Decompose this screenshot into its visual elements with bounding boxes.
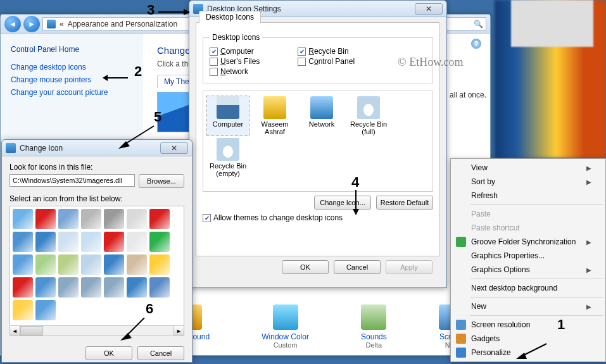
forward-button[interactable]: ► — [23, 16, 40, 32]
breadcrumb-prefix: « — [60, 20, 64, 28]
icon-choice[interactable] — [104, 254, 124, 275]
menu-item[interactable]: Gadgets — [452, 332, 604, 346]
icon-choice[interactable] — [149, 209, 170, 229]
icon-choice[interactable] — [13, 300, 33, 320]
menu-item: Paste — [452, 207, 604, 221]
icon-choice[interactable] — [149, 232, 170, 252]
ci-select-label: Select an icon from the list below: — [9, 194, 184, 203]
icon-preview-list[interactable]: ComputerWaseem AshrafNetworkRecycle Bin … — [203, 91, 433, 192]
preview-item[interactable]: Recycle Bin (empty) — [207, 138, 249, 177]
icon-choice[interactable] — [13, 209, 33, 229]
menu-item[interactable]: Personalize — [452, 346, 604, 360]
change-icon-button[interactable]: Change Icon... — [314, 196, 371, 210]
browse-button[interactable]: Browse... — [139, 174, 184, 188]
submenu-arrow-icon: ▶ — [586, 267, 591, 273]
submenu-arrow-icon: ▶ — [586, 239, 591, 246]
ci-ok-button[interactable]: OK — [85, 346, 132, 360]
bottom-item-sounds[interactable]: Sounds Delta — [361, 304, 387, 349]
icon-choice[interactable] — [149, 277, 170, 298]
icon-choice[interactable] — [127, 277, 147, 298]
search-icon: 🔍 — [474, 20, 483, 28]
menu-item[interactable]: Next desktop background — [452, 281, 604, 295]
preview-item[interactable]: Recycle Bin (full) — [348, 96, 389, 135]
link-change-mouse-pointers[interactable]: Change mouse pointers — [11, 75, 133, 84]
menu-item[interactable]: View▶ — [452, 161, 604, 175]
chk-network[interactable]: Network — [210, 67, 260, 76]
icon-choice[interactable] — [13, 254, 33, 275]
link-change-account-picture[interactable]: Change your account picture — [11, 88, 133, 97]
desktop-icons-group: Desktop icons Computer User's Files Netw… — [203, 33, 433, 84]
ci-titlebar[interactable]: Change Icon ✕ — [2, 140, 192, 156]
menu-item[interactable]: Screen resolution — [452, 318, 604, 332]
menu-item[interactable]: New▶ — [452, 299, 604, 313]
allow-themes-checkbox[interactable]: Allow themes to change desktop icons — [203, 213, 433, 222]
icon-choice[interactable] — [81, 232, 101, 252]
icon-choice[interactable] — [58, 209, 79, 229]
ci-cancel-button[interactable]: Cancel — [137, 346, 184, 360]
scroll-left-button[interactable]: ◄ — [10, 326, 20, 336]
close-icon[interactable]: ✕ — [415, 3, 443, 15]
menu-item-icon — [456, 348, 466, 358]
icon-choice[interactable] — [81, 254, 101, 275]
menu-separator — [470, 297, 603, 298]
icon-choice[interactable] — [104, 277, 124, 298]
preview-item[interactable]: Computer — [207, 96, 249, 135]
dis-cancel-button[interactable]: Cancel — [334, 260, 381, 274]
restore-default-button[interactable]: Restore Default — [376, 196, 433, 210]
tab-desktop-icons[interactable]: Desktop Icons — [199, 11, 261, 23]
scroll-thumb[interactable] — [20, 326, 43, 336]
menu-separator — [470, 204, 603, 205]
icon-file-path-input[interactable] — [9, 174, 135, 187]
ci-title-icon — [6, 143, 16, 153]
preview-icon — [357, 96, 380, 119]
menu-item-icon — [456, 334, 466, 344]
menu-item[interactable]: Graphics Options▶ — [452, 263, 604, 277]
bottom-icon-row: Background Window Color Custom Sounds De… — [143, 304, 490, 349]
menu-item[interactable]: Sort by▶ — [452, 175, 604, 189]
icon-choice[interactable] — [127, 232, 147, 252]
chk-computer[interactable]: Computer — [210, 47, 260, 56]
menu-item[interactable]: Graphics Properties... — [452, 249, 604, 263]
icon-choice[interactable] — [58, 277, 79, 298]
icon-choice[interactable] — [104, 209, 124, 229]
help-icon[interactable]: ? — [471, 39, 481, 49]
link-change-desktop-icons[interactable]: Change desktop icons — [11, 63, 133, 72]
preview-item[interactable]: Waseem Ashraf — [254, 96, 296, 135]
menu-item-icon — [456, 320, 466, 330]
icon-choice[interactable] — [127, 209, 147, 229]
bottom-item-window-color[interactable]: Window Color Custom — [262, 304, 309, 349]
preview-item[interactable]: Network — [301, 96, 343, 135]
menu-item[interactable]: Refresh — [452, 189, 604, 203]
sounds-icon — [361, 304, 386, 330]
icon-choice[interactable] — [58, 254, 79, 275]
icon-choice[interactable] — [35, 277, 56, 298]
chk-control-panel[interactable]: Control Panel — [298, 57, 355, 66]
change-icon-dialog: Change Icon ✕ Look for icons in this fil… — [1, 139, 193, 363]
icon-choice[interactable] — [104, 232, 124, 252]
icon-list[interactable] — [9, 206, 184, 326]
submenu-arrow-icon: ▶ — [586, 165, 591, 172]
icon-choice[interactable] — [35, 209, 56, 229]
icon-choice[interactable] — [81, 209, 101, 229]
icon-choice[interactable] — [81, 277, 101, 298]
icon-choice[interactable] — [13, 232, 33, 252]
breadcrumb-text: Appearance and Personalization — [68, 20, 177, 28]
icon-choice[interactable] — [58, 232, 79, 252]
icon-choice[interactable] — [149, 254, 170, 275]
chk-users-files[interactable]: User's Files — [210, 57, 260, 66]
dis-ok-button[interactable]: OK — [282, 260, 329, 274]
menu-item[interactable]: Groove Folder Synchronization▶ — [452, 235, 604, 249]
icon-choice[interactable] — [35, 232, 56, 252]
icon-choice[interactable] — [35, 254, 56, 275]
close-icon[interactable]: ✕ — [160, 142, 188, 154]
dis-apply-button[interactable]: Apply — [386, 260, 432, 274]
back-button[interactable]: ◄ — [4, 16, 21, 32]
icon-choice[interactable] — [13, 277, 33, 298]
menu-item: Paste shortcut — [452, 221, 604, 235]
icon-choice[interactable] — [127, 254, 147, 275]
icon-choice[interactable] — [35, 300, 56, 320]
chk-recycle-bin[interactable]: Recycle Bin — [298, 47, 355, 56]
scroll-right-button[interactable]: ► — [174, 326, 184, 336]
preview-icon — [217, 138, 239, 161]
icon-list-scrollbar[interactable]: ◄ ► — [9, 326, 184, 336]
